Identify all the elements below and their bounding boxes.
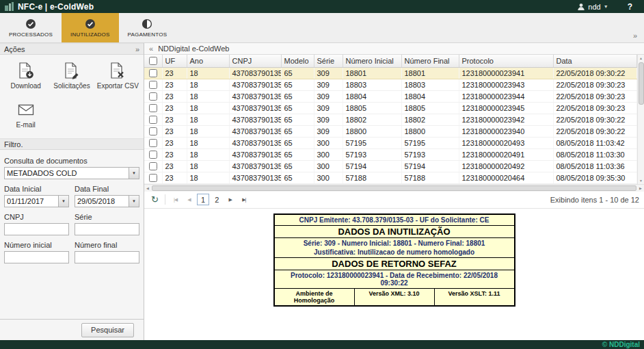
filter-panel-header: Filtro. (0, 138, 144, 150)
detail-serie-line: Série: 309 - Numero Inicial: 18801 - Num… (275, 239, 514, 248)
row-checkbox[interactable] (149, 127, 157, 135)
table-cell: 18803 (401, 79, 459, 90)
download-icon (16, 62, 36, 79)
numero-final-input[interactable] (75, 251, 139, 263)
row-checkbox[interactable] (149, 174, 157, 182)
column-header-cnpj[interactable]: CNPJ (229, 55, 281, 67)
row-checkbox[interactable] (149, 162, 157, 170)
column-header-ano[interactable]: Ano (187, 55, 229, 67)
collapse-sidebar-icon[interactable]: « (149, 44, 153, 53)
table-row[interactable]: 2318437083790135036530918805188051231800… (144, 102, 637, 114)
action-label: Solicitações (53, 82, 90, 90)
table-row[interactable]: 2318437083790135036530918804188041231800… (144, 90, 637, 102)
column-header-protocolo[interactable]: Protocolo (459, 55, 553, 67)
table-row[interactable]: 2318437083790135036530918803188031231800… (144, 79, 637, 90)
collapse-ribbon-icon[interactable]: » (633, 31, 637, 40)
row-checkbox-cell (144, 148, 162, 160)
row-checkbox[interactable] (149, 151, 157, 159)
horizontal-scrollbar[interactable]: ◀ ▶ (144, 184, 644, 192)
page-button-1[interactable]: 1 (197, 194, 209, 205)
app-logo-icon (5, 2, 14, 11)
email-button[interactable]: E-mail (3, 101, 49, 129)
data-final-field[interactable]: 29/05/2018 ▼ (75, 195, 139, 207)
solicitacoes-button[interactable]: Solicitações (49, 62, 94, 90)
horizontal-scrollbar-thumb[interactable] (152, 185, 636, 191)
table-cell: 309 (314, 67, 343, 79)
numero-inicial-input[interactable] (4, 251, 69, 263)
table-cell: 23 (162, 102, 187, 114)
column-header-numero-inicial[interactable]: Número Inicial (343, 55, 401, 67)
vertical-scrollbar-thumb[interactable] (639, 62, 644, 105)
detail-justificativa-line: Justificativa: Inutilizacao de numero ho… (275, 248, 514, 257)
serie-input[interactable] (75, 223, 139, 235)
tab-processados[interactable]: PROCESSADOS (0, 13, 62, 42)
scroll-left-icon[interactable]: ◀ (144, 185, 151, 192)
detail-ambiente: Ambiente de Homologação (275, 289, 354, 305)
help-button[interactable]: ? (628, 2, 632, 12)
row-checkbox[interactable] (149, 92, 157, 101)
prev-page-button[interactable]: ◀ (183, 194, 195, 205)
row-checkbox[interactable] (149, 139, 157, 147)
table-cell: 57195 (343, 137, 401, 148)
page-button-2[interactable]: 2 (211, 194, 222, 205)
row-checkbox[interactable] (149, 116, 157, 124)
table-cell: 123180000023942 (459, 114, 553, 125)
tab-pagamentos[interactable]: PAGAMENTOS (119, 13, 176, 42)
table-row[interactable]: 2318437083790135036530057194571941231800… (144, 160, 637, 172)
select-all-checkbox[interactable] (149, 57, 157, 65)
table-row[interactable]: 2318437083790135036530057188571881231800… (144, 172, 637, 183)
scroll-right-icon[interactable]: ▶ (637, 185, 644, 192)
scroll-down-icon[interactable]: ▼ (638, 177, 644, 184)
table-row[interactable]: 2318437083790135036530918802188021231800… (144, 114, 637, 125)
user-menu[interactable]: ndd ▼ (577, 3, 608, 11)
vertical-scrollbar[interactable]: ▲ ▼ (637, 55, 644, 184)
table-cell: 123180000020493 (459, 137, 553, 148)
column-header-numero-final[interactable]: Número Final (401, 55, 459, 67)
data-inicial-field[interactable]: 01/11/2017 ▼ (4, 195, 69, 207)
table-cell: 22/05/2018 09:30:23 (553, 102, 637, 114)
table-cell: 18804 (401, 90, 459, 102)
table-cell: 18 (187, 148, 229, 160)
row-checkbox-cell (144, 67, 162, 79)
table-row[interactable]: 2318437083790135036530057193571931231800… (144, 148, 637, 160)
pagination-bar: ↻ |◀ ◀ 1 2 ▶ ▶| Exibindo itens 1 - 10 de… (144, 192, 644, 209)
table-cell: 65 (281, 79, 314, 90)
scroll-up-icon[interactable]: ▲ (638, 55, 644, 62)
tab-inutilizados[interactable]: INUTILIZADOS (62, 13, 119, 42)
collapse-actions-icon[interactable]: » (135, 45, 139, 53)
table-row[interactable]: 2318437083790135036530918800188001231800… (144, 125, 637, 137)
breadcrumb-bar: « NDDigital e-ColdWeb (144, 43, 644, 55)
actions-toolbar: Download Solicitações (0, 55, 144, 138)
workspace: Ações » Download (0, 43, 644, 340)
column-header-modelo[interactable]: Modelo (281, 55, 314, 67)
table-cell: 123180000023940 (459, 125, 553, 137)
row-checkbox[interactable] (149, 104, 157, 112)
detail-sefaz-header: DADOS DE RETORNO SEFAZ (275, 257, 514, 270)
tab-label: PROCESSADOS (9, 31, 53, 38)
copyright-link[interactable]: © NDDigital (602, 341, 640, 348)
detail-footer-row: Ambiente de Homologação Versão XML: 3.10… (275, 288, 514, 305)
table-cell: 123180000020492 (459, 160, 553, 172)
first-page-button[interactable]: |◀ (170, 194, 181, 205)
last-page-button[interactable]: ▶| (238, 194, 250, 205)
cnpj-input[interactable] (4, 223, 69, 235)
table-cell: 08/05/2018 09:35:30 (553, 172, 637, 183)
row-checkbox[interactable] (149, 69, 157, 77)
app-window: NFC-e | e-ColdWeb ndd ▼ ? PROCESSADOS (0, 0, 644, 349)
table-cell: 43708379013503 (229, 114, 281, 125)
next-page-button[interactable]: ▶ (224, 194, 236, 205)
search-button[interactable]: Pesquisar (81, 323, 134, 337)
exportar-csv-button[interactable]: Exportar CSV (95, 62, 141, 90)
consulta-select[interactable]: METADADOS COLD ▼ (4, 167, 139, 179)
pagamentos-icon (142, 18, 152, 29)
refresh-button[interactable]: ↻ (149, 194, 161, 205)
table-cell: 123180000020491 (459, 148, 553, 160)
row-checkbox[interactable] (149, 81, 157, 89)
column-header-uf[interactable]: UF (162, 55, 187, 67)
column-header-data[interactable]: Data (553, 55, 637, 67)
table-cell: 123180000023944 (459, 90, 553, 102)
table-row[interactable]: 2318437083790135036530057195571951231800… (144, 137, 637, 148)
column-header-serie[interactable]: Série (314, 55, 343, 67)
download-button[interactable]: Download (3, 62, 49, 90)
table-row[interactable]: 2318437083790135036530918801188011231800… (144, 67, 637, 79)
